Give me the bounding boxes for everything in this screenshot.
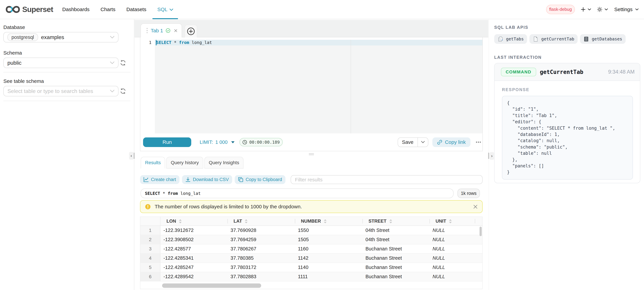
query-elapsed-timer: 00:00:00.189 — [240, 138, 283, 146]
collapse-left-pane-button[interactable]: ‹︎ — [129, 152, 134, 160]
database-label: Database — [3, 24, 130, 30]
get-databases-button[interactable]: getDatabases — [580, 34, 626, 44]
superset-logo[interactable]: Superset — [6, 5, 53, 14]
panel-resize-handle[interactable] — [134, 152, 488, 156]
run-query-button[interactable]: Run — [143, 137, 191, 147]
navbar: Superset Dashboards Charts Datasets SQL … — [0, 0, 644, 19]
table-row[interactable]: 2 -122.3908502 37.7694259 1505 04th Stre… — [140, 235, 482, 244]
chevron-down-icon — [604, 8, 608, 10]
database-select-value: examples — [41, 34, 64, 40]
nav-item-datasets[interactable]: Datasets — [121, 0, 152, 19]
row-count-button[interactable]: 1k rows — [458, 189, 480, 198]
editor-tab[interactable]: Tab 1 — [140, 23, 182, 37]
editor-cursor — [156, 40, 156, 45]
editor-toolbar: Run LIMIT: 1 000 00:00:00.189 Save — [140, 133, 482, 151]
ace-sql-editor[interactable]: SELECT * from long_lat 1 — [140, 37, 482, 134]
theme-menu[interactable] — [597, 7, 608, 12]
tab-results[interactable]: Results — [141, 157, 165, 169]
nav-item-dashboards[interactable]: Dashboards — [57, 0, 95, 19]
row-number-header — [140, 217, 160, 226]
chevron-down-icon — [110, 36, 114, 38]
filter-results-input[interactable]: Filter results — [291, 175, 482, 184]
left-divider-drag-handle[interactable] — [134, 153, 135, 159]
tab-saved-check-icon — [166, 28, 170, 33]
sort-icon[interactable] — [389, 219, 392, 224]
more-actions-button[interactable] — [476, 142, 481, 143]
get-tabs-button[interactable]: getTabs — [494, 34, 527, 44]
chevron-down-icon — [421, 141, 425, 143]
tabs-file-icon — [498, 36, 503, 42]
table-row[interactable]: 4 -122.4285341 37.780385 1142 Buchanan S… — [140, 254, 482, 263]
refresh-schemas-icon[interactable] — [120, 60, 126, 66]
copy-link-button[interactable]: Copy link — [432, 137, 470, 147]
column-header-lon[interactable]: LON — [160, 217, 228, 226]
horizontal-scrollbar-thumb[interactable] — [162, 284, 261, 288]
active-nav-underline — [152, 18, 178, 19]
command-badge: COMMAND — [501, 68, 536, 76]
schema-select[interactable]: public — [3, 58, 118, 68]
tab-query-insights[interactable]: Query Insights — [204, 157, 244, 169]
save-options-dropdown[interactable] — [418, 138, 428, 147]
circled-plus-icon — [187, 27, 195, 35]
column-header-unit[interactable]: UNIT — [430, 217, 475, 226]
sort-icon[interactable] — [324, 219, 327, 224]
download-csv-button[interactable]: Download to CSV — [182, 175, 232, 184]
copy-to-clipboard-button[interactable]: Copy to Clipboard — [235, 175, 286, 184]
file-icon — [533, 36, 538, 42]
schema-select-value: public — [8, 60, 22, 66]
executed-query-preview: SELECT * from long_lat — [140, 188, 454, 198]
close-tab-icon[interactable] — [174, 29, 177, 32]
schema-label: Schema — [3, 50, 130, 56]
editor-code-area[interactable]: SELECT * from long_lat — [155, 40, 482, 134]
tab-query-history[interactable]: Query history — [166, 157, 203, 169]
column-header-number[interactable]: NUMBER — [295, 217, 362, 226]
collapse-right-pane-button[interactable]: ›︎ — [490, 152, 494, 160]
refresh-tables-icon[interactable] — [120, 88, 126, 94]
brand-name: Superset — [22, 5, 53, 14]
line-number: 1 — [140, 40, 155, 45]
cabinet-icon — [583, 36, 589, 42]
save-button[interactable]: Save — [398, 138, 418, 147]
table-row[interactable]: 6 -122.4289542 37.7802883 1111 Buchanan … — [140, 272, 482, 282]
save-query-split-button: Save — [398, 137, 428, 147]
clock-icon — [242, 140, 247, 144]
nav-item-charts[interactable]: Charts — [95, 0, 121, 19]
sqllab-apis-panel: SQL LAB APIS getTabs getCurrentTab — [489, 19, 644, 290]
tab-drag-handle-icon[interactable] — [146, 27, 148, 34]
interaction-card-header: COMMAND getCurrentTab 9:34:48 AM — [494, 63, 640, 81]
nav-item-sql[interactable]: SQL — [152, 0, 178, 19]
sort-icon[interactable] — [179, 219, 182, 224]
settings-menu[interactable]: Settings — [614, 6, 638, 12]
results-table: LON LAT NUMBER STREET UNIT 1 -122.391267… — [140, 217, 482, 289]
add-tab-button[interactable] — [185, 25, 197, 37]
chevron-down-icon — [635, 8, 638, 10]
table-select[interactable]: Select table or type to search tables — [3, 86, 118, 96]
new-item-menu[interactable] — [581, 7, 591, 12]
table-row[interactable]: 3 -122.428577 37.7806267 1160 Buchanan S… — [140, 244, 482, 254]
create-chart-button[interactable]: Create chart — [140, 175, 180, 184]
column-header-lat[interactable]: LAT — [228, 217, 295, 226]
alert-message: The number of rows displayed is limited … — [155, 204, 302, 210]
elapsed-time-value: 00:00:00.189 — [250, 140, 280, 145]
table-row[interactable]: 5 -122.4285247 37.7803172 1140 Buchanan … — [140, 263, 482, 272]
filter-placeholder: Filter results — [295, 177, 322, 183]
sort-icon[interactable] — [449, 219, 452, 224]
response-json: { "id": "1", "title": "Tab 1", "editor":… — [507, 100, 628, 176]
sort-icon[interactable] — [245, 219, 248, 224]
limit-dropdown[interactable]: LIMIT: 1 000 — [200, 139, 235, 145]
column-header-street[interactable]: STREET — [362, 217, 430, 226]
get-current-tab-button[interactable]: getCurrentTab — [530, 34, 578, 44]
plus-icon — [581, 7, 585, 12]
chevron-down-icon — [170, 8, 173, 11]
table-row[interactable]: 1 -122.3912672 37.7690928 1550 04th Stre… — [140, 226, 482, 235]
sql-code-line: SELECT * from long_lat — [156, 40, 212, 45]
database-select[interactable]: postgresql examples — [3, 32, 118, 42]
vertical-scrollbar-thumb[interactable] — [480, 227, 482, 236]
editor-gutter: 1 — [140, 40, 155, 134]
table-horizontal-scrollbar[interactable] — [140, 284, 482, 288]
close-alert-icon[interactable] — [473, 205, 478, 209]
chevron-down-icon — [110, 90, 114, 92]
right-divider-drag-handle[interactable] — [488, 153, 489, 159]
database-type-tag: postgresql — [8, 33, 38, 41]
editor-print-margin — [351, 40, 351, 134]
